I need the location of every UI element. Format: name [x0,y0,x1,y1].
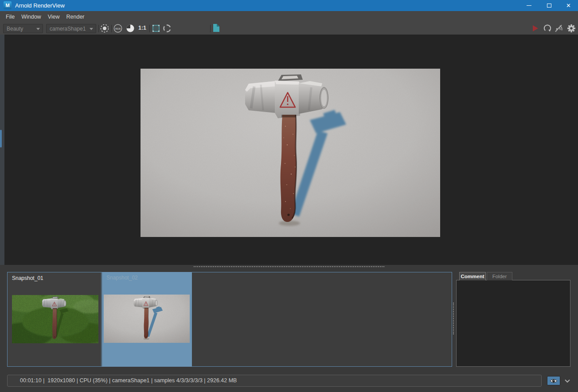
horizontal-splitter[interactable] [194,266,384,267]
toolbar-separator [111,25,112,32]
render-viewport [0,35,578,265]
settings-button[interactable] [566,23,576,33]
disable-updates-button[interactable] [554,23,564,33]
grip-handle[interactable] [0,130,2,147]
log-file-icon [212,23,221,32]
camera-select-value: cameraShape1 [50,26,86,32]
lower-section: Snapshot_01 Snapshot_02 Comment Folder 0… [0,265,578,392]
minimize-button[interactable] [519,0,539,11]
display-channels-button[interactable]: RGB [113,23,123,33]
snapshot-tile-2-selected[interactable]: Snapshot_02 [102,272,192,367]
maximize-icon [547,4,551,8]
comment-panel: Comment Folder [456,272,571,367]
chevron-down-icon [90,28,93,30]
aperture-icon [162,23,172,33]
pie-icon [125,23,135,33]
snapshot-target-button[interactable] [100,23,109,33]
chevron-down-icon [36,28,40,30]
restart-icon [543,23,552,33]
aov-select-value: Beauty [7,26,23,32]
target-icon [100,23,109,33]
update-cycle-button[interactable] [162,23,172,33]
menu-render[interactable]: Render [66,14,85,20]
zoom-ratio-button[interactable]: 1:1 [136,25,149,31]
snapshot-thumbnail-studio [104,295,190,343]
snapshot-thumbnail-grass [12,295,98,343]
expand-status-button[interactable] [562,376,573,385]
toolbar: Beauty cameraShape1 RGB [0,23,578,35]
snapshot-tile-1[interactable]: Snapshot_01 [7,272,102,367]
close-button[interactable]: ✕ [559,0,578,11]
mute-signal-icon [554,23,564,33]
comment-textarea[interactable] [456,280,570,367]
render-region-button[interactable] [151,23,161,33]
render-log-button[interactable] [212,23,222,33]
rgb-icon: RGB [113,23,123,33]
gear-icon [566,23,576,33]
start-render-button[interactable] [531,23,540,33]
menu-window[interactable]: Window [21,14,41,20]
render-status-text: 00:01:10 | 1920x1080 | CPU (35%) | camer… [7,375,542,387]
maximize-button[interactable] [539,0,559,11]
background-toggle-button[interactable] [125,23,135,33]
camera-select[interactable]: cameraShape1 [46,24,96,33]
eye-icon [550,378,558,384]
toolbar-separator [98,25,99,32]
snapshot-label: Snapshot_02 [106,275,138,281]
toolbar-separator [210,25,211,32]
titlebar: M Arnold RenderView ✕ [0,0,578,11]
svg-text:RGB: RGB [115,27,121,30]
region-icon [151,23,161,33]
render-image[interactable] [141,69,440,237]
snapshots-panel: Snapshot_01 Snapshot_02 [7,272,452,367]
vertical-splitter[interactable] [453,303,454,334]
tab-comment[interactable]: Comment [459,272,486,280]
tab-folder[interactable]: Folder [487,272,512,280]
snapshot-label: Snapshot_01 [12,275,43,281]
restart-render-button[interactable] [543,23,552,33]
side-panel-grip[interactable] [0,35,4,265]
visibility-toggle-button[interactable] [547,376,560,385]
menu-file[interactable]: File [6,14,15,20]
maya-app-icon: M [4,1,12,9]
chevron-down-icon [565,379,570,383]
menubar: File Window View Render [0,11,578,23]
flag-icon [531,23,540,33]
arnold-renderview-window: M Arnold RenderView ✕ File Window View R… [0,0,578,392]
close-icon: ✕ [566,3,571,8]
window-title: Arnold RenderView [15,0,65,11]
menu-view[interactable]: View [48,14,60,20]
aov-select[interactable]: Beauty [3,24,43,33]
minimize-icon [527,5,531,6]
toolbar-separator [149,25,150,32]
